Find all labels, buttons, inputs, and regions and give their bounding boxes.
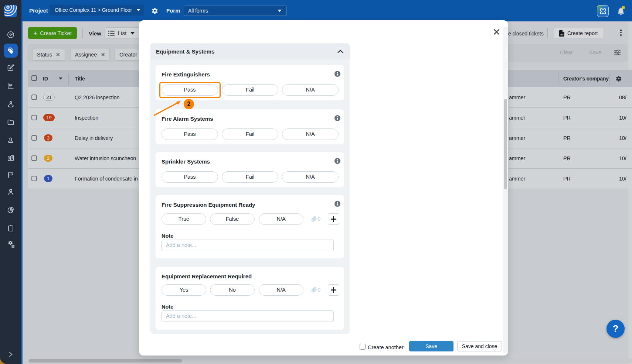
svg-text:PDF: PDF xyxy=(560,34,564,36)
